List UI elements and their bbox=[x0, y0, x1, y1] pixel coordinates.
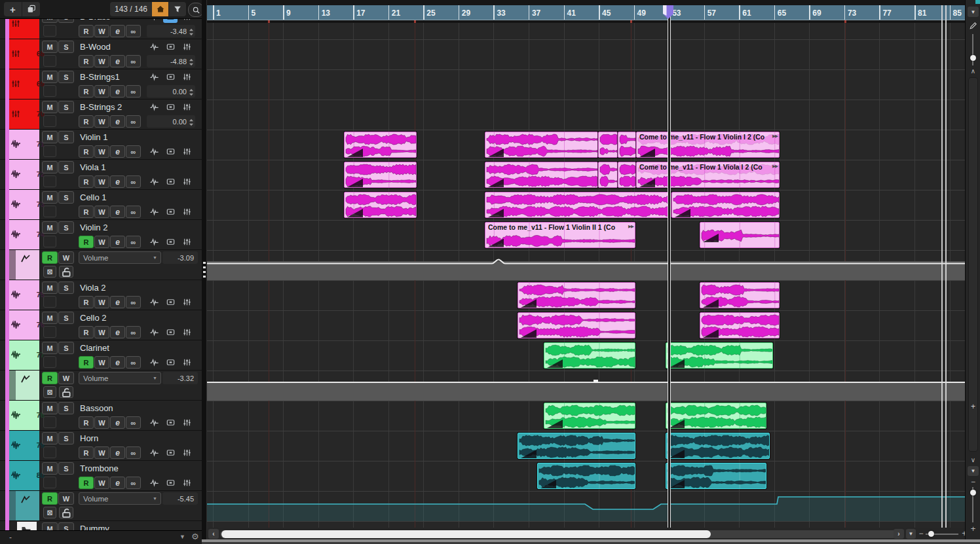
read-automation-button[interactable]: R bbox=[79, 296, 94, 308]
automation-lock-button[interactable] bbox=[59, 386, 73, 398]
solo-button[interactable]: S bbox=[58, 432, 74, 444]
freeze-icon[interactable] bbox=[163, 477, 178, 489]
v-zoom-slider-knob[interactable] bbox=[970, 490, 976, 496]
mute-button[interactable]: M bbox=[42, 191, 58, 204]
track-color-swatch[interactable]: 71 bbox=[9, 130, 39, 159]
visibility-agent-button[interactable] bbox=[152, 2, 168, 16]
automation-value[interactable]: -3.32 bbox=[162, 372, 198, 384]
solo-button[interactable]: S bbox=[58, 101, 74, 113]
write-automation-button[interactable]: W bbox=[58, 372, 74, 384]
mute-button[interactable]: M bbox=[42, 71, 58, 83]
link-icon[interactable]: ∞ bbox=[126, 175, 141, 188]
link-icon[interactable]: ∞ bbox=[126, 85, 141, 98]
audio-clip[interactable] bbox=[344, 162, 417, 188]
record-arm-button[interactable] bbox=[43, 206, 56, 217]
read-automation-button[interactable]: R bbox=[79, 25, 94, 37]
write-automation-button[interactable]: W bbox=[58, 492, 74, 505]
write-automation-button[interactable]: W bbox=[94, 416, 109, 429]
audio-clip[interactable] bbox=[537, 463, 635, 489]
write-automation-button[interactable]: W bbox=[94, 175, 109, 188]
link-icon[interactable]: ∞ bbox=[126, 477, 141, 489]
track-row[interactable]: RWVolume▼-3.09⊠ bbox=[0, 250, 202, 280]
track-color-swatch[interactable]: 68 bbox=[9, 39, 39, 69]
audio-clip[interactable] bbox=[598, 132, 618, 158]
edit-channel-button[interactable]: e bbox=[110, 416, 125, 429]
write-automation-button[interactable]: W bbox=[94, 236, 109, 248]
audio-clip[interactable]: Come to me_v11 - Flow 1 Viola I 2 (Co▶▶ bbox=[636, 162, 780, 188]
gear-icon[interactable]: ⚙ bbox=[191, 532, 199, 541]
read-automation-button[interactable]: R bbox=[42, 492, 58, 505]
track-row[interactable]: 69MSB-Strings1RWe∞0.00 bbox=[0, 69, 202, 100]
mute-button[interactable]: M bbox=[42, 161, 58, 173]
remove-lane-button[interactable]: ⊠ bbox=[43, 266, 56, 278]
automation-activity-icon[interactable] bbox=[147, 356, 161, 369]
track-row[interactable]: RWVolume▼-3.32⊠ bbox=[0, 371, 202, 401]
fade-handles-icon[interactable]: ▶▶ bbox=[772, 134, 778, 139]
record-arm-button[interactable] bbox=[43, 446, 56, 458]
automation-parameter-select[interactable]: Volume▼ bbox=[79, 492, 161, 505]
write-automation-button[interactable]: W bbox=[94, 115, 109, 128]
solo-button[interactable]: S bbox=[58, 131, 74, 143]
automation-band-trombone[interactable] bbox=[207, 492, 965, 521]
audio-clip[interactable] bbox=[485, 132, 598, 158]
audio-clip[interactable] bbox=[618, 162, 636, 188]
freeze-icon[interactable] bbox=[163, 101, 178, 113]
edit-channel-button[interactable]: e bbox=[110, 477, 125, 489]
audio-clip[interactable] bbox=[518, 312, 635, 338]
record-arm-button[interactable] bbox=[43, 477, 56, 488]
channel-strip-icon[interactable] bbox=[179, 296, 194, 308]
track-color-swatch[interactable]: 72 bbox=[9, 160, 39, 189]
audio-clip[interactable] bbox=[666, 463, 766, 489]
automation-activity-icon[interactable] bbox=[147, 446, 161, 459]
read-automation-button[interactable]: R bbox=[79, 55, 94, 67]
freeze-icon[interactable] bbox=[163, 41, 178, 53]
read-automation-button[interactable]: R bbox=[79, 326, 94, 338]
solo-button[interactable]: S bbox=[58, 71, 74, 83]
record-arm-button[interactable] bbox=[43, 236, 56, 247]
mute-button[interactable]: M bbox=[42, 402, 58, 414]
locator-line[interactable] bbox=[941, 5, 943, 528]
track-row[interactable]: 77MSClarinetRWe∞ bbox=[0, 340, 202, 371]
h-zoom-out-icon[interactable]: − bbox=[918, 529, 924, 538]
link-icon[interactable]: ∞ bbox=[126, 55, 141, 67]
solo-button[interactable]: S bbox=[58, 41, 74, 53]
automation-activity-icon[interactable] bbox=[147, 206, 161, 218]
audio-clip[interactable] bbox=[700, 312, 780, 338]
channel-strip-icon[interactable] bbox=[179, 71, 194, 83]
track-color-swatch[interactable]: 74 bbox=[9, 220, 39, 249]
audio-clip[interactable] bbox=[518, 282, 635, 308]
audio-clip[interactable] bbox=[671, 192, 780, 218]
channel-strip-icon[interactable] bbox=[179, 145, 194, 158]
record-arm-button[interactable] bbox=[43, 356, 56, 368]
track-row[interactable]: 79MSHornRWe∞ bbox=[0, 431, 202, 461]
scroll-up-icon[interactable]: ∧ bbox=[969, 67, 977, 75]
scroll-right-button[interactable]: › bbox=[894, 529, 904, 539]
output-level-value[interactable]: 0.00 bbox=[147, 85, 195, 98]
audio-clip[interactable] bbox=[544, 342, 635, 369]
channel-strip-icon[interactable] bbox=[179, 326, 194, 338]
record-arm-button[interactable] bbox=[43, 25, 56, 37]
write-automation-button[interactable]: W bbox=[94, 446, 109, 459]
freeze-icon[interactable] bbox=[163, 416, 178, 429]
freeze-icon[interactable] bbox=[163, 145, 178, 158]
v-zoom-preset-button[interactable]: ▼ bbox=[968, 466, 979, 476]
automation-activity-icon[interactable] bbox=[147, 41, 161, 53]
record-arm-button[interactable] bbox=[43, 55, 56, 67]
record-arm-button[interactable] bbox=[43, 296, 56, 308]
audio-clip[interactable] bbox=[544, 403, 635, 429]
solo-button[interactable]: S bbox=[58, 221, 74, 234]
mute-button[interactable]: M bbox=[42, 342, 58, 354]
automation-lock-button[interactable] bbox=[59, 266, 73, 278]
add-track-button[interactable]: + bbox=[4, 2, 22, 16]
track-row[interactable]: 70MSB-Strings 2RWe∞0.00 bbox=[0, 100, 202, 130]
record-arm-button[interactable] bbox=[43, 326, 56, 338]
automation-activity-icon[interactable] bbox=[147, 296, 161, 308]
freeze-icon[interactable] bbox=[163, 356, 178, 369]
mute-button[interactable]: M bbox=[42, 462, 58, 475]
read-automation-button[interactable]: R bbox=[42, 372, 58, 384]
edit-channel-button[interactable]: e bbox=[110, 206, 125, 218]
write-automation-button[interactable]: W bbox=[94, 55, 109, 67]
link-icon[interactable]: ∞ bbox=[126, 296, 141, 308]
write-automation-button[interactable]: W bbox=[94, 477, 109, 489]
read-automation-button[interactable]: R bbox=[79, 145, 94, 158]
